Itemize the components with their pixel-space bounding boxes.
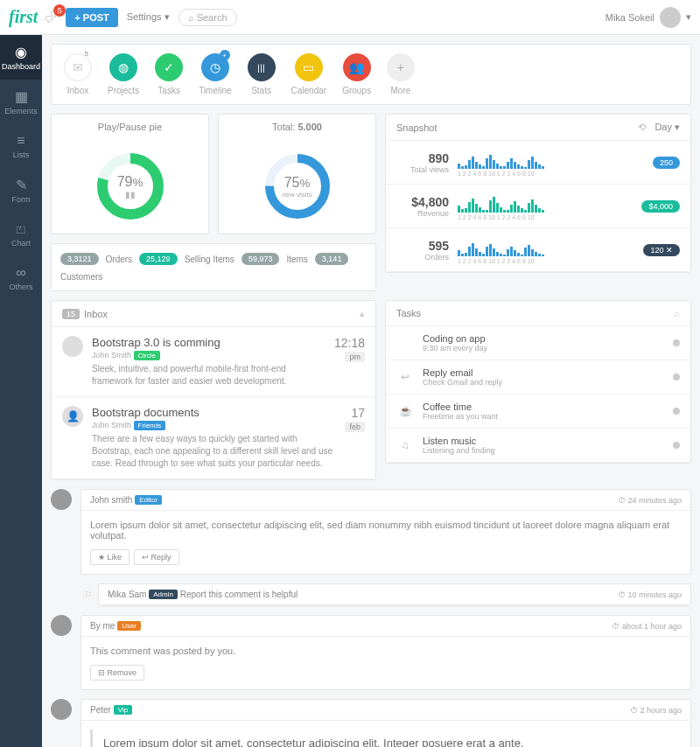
stat-pill[interactable]: 3,141 — [315, 253, 349, 265]
settings-dropdown[interactable]: Settings ▾ — [127, 11, 170, 23]
stat-pill[interactable]: 3,3121 — [60, 253, 99, 265]
quote: Lorem ipsum dolor sit amet, consectetur … — [90, 730, 682, 747]
avatar — [62, 336, 83, 357]
pie-chart-left[interactable]: 79%▮▮ — [95, 151, 165, 221]
inbox-time-label: pm — [345, 352, 365, 362]
task-title: Listen music — [423, 436, 664, 446]
avatar — [51, 489, 72, 510]
form-icon: ✎ — [16, 177, 27, 193]
period-dropdown[interactable]: Day ▾ — [654, 122, 680, 133]
author-tag: Editor — [135, 495, 162, 505]
user-menu[interactable]: Mika Sokeil ▾ — [606, 7, 691, 28]
inbox-time: 17 — [345, 406, 365, 420]
nav-projects[interactable]: ◍Projects — [108, 53, 139, 95]
sidebar-item-form[interactable]: ✎Form — [0, 168, 42, 213]
task-title: Coding on app — [423, 333, 664, 344]
icon-label: Stats — [251, 86, 271, 95]
stat-label: Orders — [106, 255, 133, 264]
sidebar-label: Elements — [4, 107, 38, 115]
flag-icon: ⚐ — [80, 587, 94, 601]
sparkline — [458, 192, 633, 213]
snap-number: 595 — [396, 239, 449, 253]
search-icon: ⌕ — [188, 12, 194, 23]
spark-scale: 1 2 2 4 6 8 10 1 2 2 4 6 8 10 — [458, 258, 634, 264]
sidebar-label: Others — [9, 283, 32, 291]
refresh-icon[interactable]: ⟲ — [638, 122, 646, 133]
comment-action[interactable]: ★ Like — [90, 549, 130, 565]
sidebar-item-others[interactable]: ∞Others — [0, 256, 42, 300]
bell-badge: 5 — [53, 4, 66, 17]
spark-scale: 1 2 2 4 6 8 10 1 2 2 4 6 8 10 — [458, 171, 644, 177]
status-dot — [673, 442, 680, 449]
nav-calendar[interactable]: ▭Calendar — [291, 53, 327, 95]
sparkline — [458, 235, 634, 256]
author: John Smith — [92, 351, 131, 360]
comment-action[interactable]: ↩ Reply — [134, 549, 179, 565]
avatar — [51, 699, 72, 720]
nav-more[interactable]: +More — [387, 53, 415, 95]
stat-pill[interactable]: 59,973 — [242, 253, 280, 265]
nav-groups[interactable]: 👥Groups — [342, 53, 371, 95]
comment: By me User ⏱ about 1 hour ago This comme… — [51, 615, 691, 690]
pie-chart-right[interactable]: 75%new visits — [262, 151, 332, 221]
snapshot-panel: Snapshot ⟲ Day ▾ 890Total views 1 2 2 4 … — [385, 114, 691, 273]
task-item[interactable]: ↩ Reply emailCheck Gmail and reply — [386, 360, 690, 394]
sidebar-item-elements[interactable]: ▦Elements — [0, 80, 42, 124]
nav-tasks[interactable]: ✓Tasks — [155, 53, 183, 95]
status-dot — [673, 339, 680, 346]
notifications-icon[interactable]: 🗪5 — [45, 10, 59, 25]
author: Mika Sam — [108, 590, 146, 599]
post-button[interactable]: + POST — [66, 8, 117, 27]
task-item[interactable]: ♫ Listen musicListening and finding — [386, 429, 690, 463]
nav-inbox[interactable]: 5✉Inbox — [64, 53, 92, 95]
icon-label: Calendar — [291, 86, 327, 95]
sidebar-item-dashboard[interactable]: ◉Dashboard — [0, 35, 42, 80]
task-icon: ↩ — [396, 371, 414, 383]
tasks-title: Tasks — [396, 308, 421, 318]
inbox-item[interactable]: Bootstrap 3.0 is comming John Smith Circ… — [52, 327, 375, 397]
sidebar-item-lists[interactable]: ≡Lists — [0, 124, 42, 168]
search-input[interactable]: ⌕ Search — [178, 9, 237, 26]
inbox-count: 15 — [62, 309, 80, 319]
snapshot-row: 595Orders 1 2 2 4 6 8 10 1 2 2 4 6 8 10 … — [386, 228, 690, 272]
inbox-time-label: feb — [345, 422, 365, 432]
stat-pill[interactable]: 25,129 — [139, 253, 178, 265]
icon-label: Inbox — [67, 86, 88, 95]
badge: 5 — [85, 50, 88, 58]
stats-icon: ⫼ — [248, 53, 276, 81]
sidebar-item-chart[interactable]: ⏍Chart — [0, 213, 42, 256]
inbox-item[interactable]: 👤 Bootstrap documents John Smith Friends… — [52, 397, 375, 479]
comment-time: ⏱ 24 minutes ago — [618, 496, 682, 505]
author-tag: Admin — [149, 590, 178, 599]
collapse-icon[interactable]: ▴ — [360, 308, 365, 319]
sparkline — [458, 148, 644, 169]
snap-badge: $4,000 — [641, 200, 680, 213]
comment-nested: ⚐ Mika Sam Admin Report this comment is … — [80, 583, 691, 606]
lists-icon: ≡ — [17, 133, 24, 149]
snap-badge: 250 — [653, 157, 680, 169]
user-name: Mika Sokeil — [606, 12, 654, 23]
task-item[interactable]: Coding on app9:30 am every day — [386, 326, 690, 360]
pie-panel-total: Total: 5.000 75%new visits — [218, 114, 376, 234]
inbox-desc: Sleek, intuitive, and powerful mobile-fi… — [92, 363, 326, 387]
search-icon[interactable]: ⌕ — [674, 308, 680, 318]
task-item[interactable]: ☕ Coffee timeFreetime as you want — [386, 394, 690, 429]
snap-label: Revenue — [396, 209, 449, 218]
snap-label: Orders — [396, 253, 449, 262]
snap-label: Total views — [396, 165, 449, 174]
icon-label: Projects — [108, 86, 139, 95]
icon-label: Timeline — [199, 86, 231, 95]
author-tag: Vip — [114, 705, 132, 715]
nav-timeline[interactable]: +◷Timeline — [199, 53, 231, 95]
icon-label: More — [391, 86, 411, 95]
pie-panel-play: Play/Pause pie 79%▮▮ — [51, 114, 209, 234]
logo[interactable]: first — [9, 7, 38, 27]
comment: Peter Vip ⏱ 2 hours ago Lorem ipsum dolo… — [51, 699, 691, 747]
task-sub: 9:30 am every day — [423, 344, 664, 353]
avatar: 👤 — [62, 406, 83, 427]
status-dot — [673, 374, 680, 380]
comment-action[interactable]: ⊟ Remove — [90, 665, 144, 681]
chart-icon: ⏍ — [17, 221, 25, 237]
inbox-panel: 15 Inbox ▴ Bootstrap 3.0 is comming John… — [51, 300, 376, 480]
nav-stats[interactable]: ⫼Stats — [248, 53, 276, 95]
